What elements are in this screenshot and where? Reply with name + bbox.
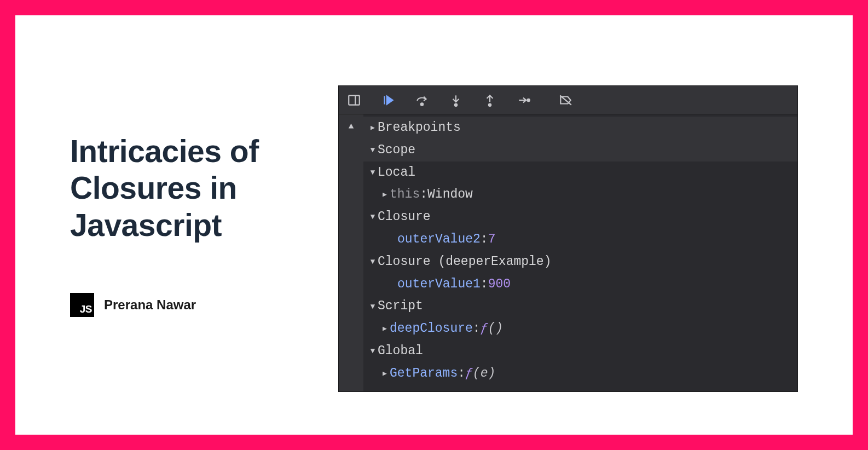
scope-item-outervalue1[interactable]: outerValue1: 900 [363,273,797,296]
sep: : [481,274,488,295]
article-title: Intricacies of Closures in Javascript [70,133,305,244]
dock-icon[interactable] [346,93,362,108]
chevron-down-icon [368,211,378,223]
scope-item-deepclosure[interactable]: deepClosure: ƒ () [363,318,797,340]
scope-item-value: 7 [488,229,496,250]
scope-group-label: Local [378,163,415,183]
scope-item-key: GetParams [390,364,458,384]
fn-args: (e) [473,364,495,384]
chevron-down-icon [368,345,378,357]
breakpoints-section[interactable]: Breakpoints [363,117,797,139]
author-name: Prerana Nawar [104,297,196,313]
scope-group-label: Script [378,296,423,316]
scope-group-script[interactable]: Script [363,295,797,318]
scope-item-value: Window [427,184,473,205]
chevron-down-icon [368,166,378,178]
scope-item-key: deepClosure [390,319,473,339]
left-column: Intricacies of Closures in Javascript JS… [70,133,305,317]
chevron-right-icon [368,122,378,134]
sep: : [458,364,465,384]
scope-item-getparams[interactable]: GetParams: ƒ (e) [363,362,797,385]
svg-point-10 [528,99,530,101]
scope-tree: Breakpoints Scope Local this: Window [363,114,797,391]
deactivate-breakpoints-icon[interactable] [558,93,573,108]
card-border: Intricacies of Closures in Javascript JS… [0,0,868,450]
devtools-panel: ▲ Breakpoints Scope Local [338,85,798,392]
scope-group-local[interactable]: Local [363,161,797,184]
fn-symbol: ƒ [465,364,473,384]
scroll-up-icon[interactable]: ▲ [349,120,354,391]
scope-item-outervalue2[interactable]: outerValue2: 7 [363,228,797,251]
scope-group-label: Closure (deeperExample) [378,252,551,272]
chevron-right-icon [380,322,390,335]
card-inner: Intricacies of Closures in Javascript JS… [15,15,853,435]
chevron-right-icon [380,367,390,380]
svg-point-6 [455,103,457,106]
scope-item-key: outerValue2 [397,229,481,250]
chevron-down-icon [368,144,378,156]
scope-item-this[interactable]: this: Window [363,183,797,206]
scope-label: Scope [378,140,415,160]
step-out-icon[interactable] [482,93,497,108]
debugger-toolbar [339,86,797,114]
scope-group-global[interactable]: Global [363,340,797,362]
gutter: ▲ [339,114,363,391]
breakpoints-label: Breakpoints [378,118,461,138]
author-row: JS Prerana Nawar [70,293,305,317]
scope-item-value: 900 [488,274,511,295]
js-badge-icon: JS [70,293,94,317]
scope-section[interactable]: Scope [363,139,797,161]
fn-symbol: ƒ [481,319,488,339]
chevron-right-icon [380,188,390,201]
chevron-down-icon [368,301,378,313]
sep: : [481,229,488,250]
sep: : [420,184,427,205]
scope-group-closure-deeper[interactable]: Closure (deeperExample) [363,251,797,273]
scope-item-key: outerValue1 [397,274,481,295]
step-into-icon[interactable] [448,93,464,108]
chevron-down-icon [368,256,378,268]
step-icon[interactable] [516,93,531,108]
panel-body: ▲ Breakpoints Scope Local [339,114,797,391]
svg-point-4 [421,103,423,105]
scope-group-label: Global [378,341,423,361]
svg-rect-0 [349,95,360,105]
svg-marker-3 [387,96,393,104]
sep: : [473,319,481,339]
scope-group-label: Closure [378,207,431,227]
step-over-icon[interactable] [414,93,430,108]
svg-point-8 [489,103,491,106]
fn-args: () [488,319,503,339]
scope-group-closure[interactable]: Closure [363,206,797,228]
scope-item-key: this [390,184,420,205]
play-icon[interactable] [380,93,396,108]
